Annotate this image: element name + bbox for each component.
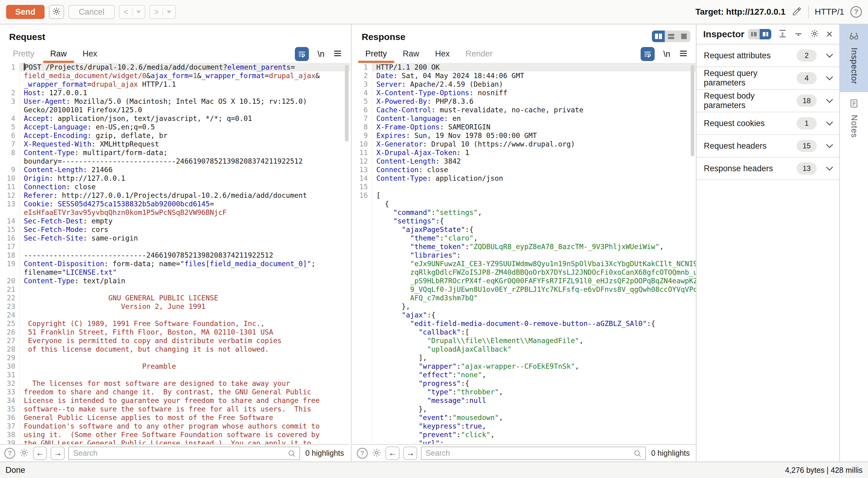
tab-hex[interactable]: Hex — [75, 49, 105, 63]
code-line: 39the GNU Lesser General Public License … — [0, 439, 350, 444]
tab-pretty[interactable]: Pretty — [5, 49, 42, 63]
request-scrollbar[interactable] — [345, 65, 348, 142]
inspector-section-request-attributes[interactable]: Request attributes2 — [696, 44, 839, 67]
inspector-section-request-headers[interactable]: Request headers15 — [696, 135, 839, 157]
tab-pretty[interactable]: Pretty — [358, 49, 395, 63]
edit-target-pencil-icon[interactable] — [792, 6, 802, 18]
chevron-down-icon[interactable] — [826, 119, 833, 126]
request-highlights-count: 0 highlights — [304, 449, 346, 457]
code-line: 29 — [0, 354, 350, 362]
side-tab-inspector[interactable]: Inspector — [840, 24, 868, 92]
code-line: "prevent":"click", — [352, 430, 696, 439]
section-label: Request cookies — [704, 119, 797, 128]
panel-divider[interactable] — [350, 24, 352, 461]
target-value: http://127.0.0.1 — [726, 7, 785, 17]
dock-left-icon[interactable] — [748, 29, 760, 39]
tab-raw[interactable]: Raw — [395, 49, 427, 63]
tab-hex[interactable]: Hex — [427, 49, 458, 63]
code-line: 2Host: 127.0.0.1 — [0, 89, 350, 97]
inspector-section-request-query-parameters[interactable]: Request query parameters4 — [696, 67, 839, 90]
send-button[interactable]: Send — [6, 5, 44, 19]
section-count-badge: 13 — [797, 162, 817, 175]
section-count-badge: 1 — [797, 117, 817, 129]
response-editor[interactable]: 1HTTP/1.1 200 OK2Date: Sat, 04 May 2024 … — [352, 63, 696, 444]
tab-render[interactable]: Render — [458, 49, 501, 63]
word-wrap-icon[interactable] — [641, 47, 655, 61]
code-line: 24 — [0, 311, 350, 319]
request-editor[interactable]: 1POST /Projects/drupal-10.2.6/media/add/… — [0, 63, 350, 444]
request-editor-icons: \n — [295, 47, 342, 61]
help-icon[interactable]: ? — [850, 6, 862, 18]
code-line: 17 — [0, 242, 350, 251]
code-line: 3User-Agent: Mozilla/5.0 (Macintosh; Int… — [0, 97, 350, 106]
search-help-icon[interactable]: ? — [4, 448, 15, 459]
inspector-section-response-headers[interactable]: Response headers13 — [696, 157, 839, 180]
code-line: }, — [352, 405, 696, 413]
chevron-down-icon[interactable] — [826, 164, 833, 171]
editor-menu-icon[interactable] — [333, 49, 342, 59]
show-newlines-toggle[interactable]: \n — [317, 50, 324, 59]
code-line: "effect":"none", — [352, 370, 696, 379]
code-line: 1HTTP/1.1 200 OK — [352, 63, 696, 71]
layout-rows-icon[interactable] — [665, 31, 678, 42]
history-forward-button[interactable]: > — [150, 5, 176, 19]
layout-columns-icon[interactable] — [652, 31, 665, 42]
code-line: field_media_document/widget/0&ajax_form=… — [0, 71, 350, 80]
expand-all-icon[interactable] — [778, 29, 787, 39]
search-help-icon[interactable]: ? — [357, 448, 368, 459]
search-prev-button[interactable]: ← — [33, 447, 47, 460]
inspector-header: Inspector — [696, 24, 839, 44]
code-line: "settings":{ — [352, 217, 696, 225]
code-line: "keypress":true, — [352, 422, 696, 430]
collapse-all-icon[interactable] — [794, 29, 803, 39]
chevron-down-icon[interactable] — [826, 73, 833, 81]
search-settings-icon[interactable] — [371, 447, 382, 459]
search-next-button[interactable]: → — [403, 447, 417, 460]
forward-dropdown-icon[interactable] — [163, 11, 175, 13]
code-line: 31 — [0, 370, 350, 379]
side-tab-notes[interactable]: Notes — [840, 92, 868, 146]
response-editor-icons: \n — [641, 47, 688, 61]
search-input[interactable] — [68, 447, 300, 460]
inspector-title: Inspector — [703, 29, 748, 39]
back-dropdown-icon[interactable] — [132, 11, 145, 13]
cancel-button[interactable]: Cancel — [68, 5, 115, 19]
code-line: eIsHfaaETVr3av95yvbqQhzn0kom1P5wPcNSqB2V… — [0, 208, 350, 217]
code-line: 18-----------------------------246619078… — [0, 251, 350, 260]
search-prev-button[interactable]: ← — [385, 447, 400, 460]
search-settings-icon[interactable] — [19, 447, 29, 459]
chevron-down-icon[interactable] — [826, 51, 833, 58]
magnifier-icon — [287, 449, 296, 458]
inspector-close-icon[interactable]: × — [826, 29, 833, 40]
code-line: 34License is intended to guarantee your … — [0, 396, 350, 405]
inspector-settings-icon[interactable] — [810, 29, 819, 40]
code-line: 21 — [0, 285, 350, 294]
code-line: "eJx9UNFuwzAI_CE3-YZ9SUUIWdmw8Qyu1n19nSp… — [352, 260, 696, 268]
code-line: 22 GNU GENERAL PUBLIC LICENSE — [0, 294, 350, 302]
code-line: 10Origin: http://127.0.0.1 — [0, 174, 350, 182]
inspector-section-request-cookies[interactable]: Request cookies1 — [696, 112, 839, 135]
code-line: "uploadAjaxCallback" — [352, 345, 696, 354]
http-version-selector[interactable]: HTTP/1 — [815, 7, 844, 17]
word-wrap-icon[interactable] — [295, 47, 309, 61]
send-settings-button[interactable] — [49, 5, 64, 19]
section-label: Response headers — [704, 164, 797, 173]
notes-document-icon — [849, 98, 859, 110]
code-line: 4X-Content-Type-Options: nosniff — [352, 89, 696, 97]
show-newlines-toggle[interactable]: \n — [663, 50, 670, 59]
code-line: 26 51 Franklin Street, Fifth Floor, Bost… — [0, 328, 350, 336]
dock-right-icon[interactable] — [760, 29, 771, 39]
response-scrollbar[interactable] — [691, 65, 694, 156]
search-next-button[interactable]: → — [51, 447, 65, 460]
tab-raw[interactable]: Raw — [42, 49, 75, 63]
inspector-section-request-body-parameters[interactable]: Request body parameters18 — [696, 90, 839, 112]
search-input[interactable] — [421, 447, 646, 460]
response-title: Response — [362, 32, 405, 42]
history-back-button[interactable]: < — [119, 5, 145, 19]
editor-menu-icon[interactable] — [679, 49, 688, 59]
layout-single-icon[interactable] — [678, 31, 690, 42]
code-line: 6Accept-Encoding: gzip, deflate, br — [0, 131, 350, 140]
chevron-down-icon[interactable] — [826, 141, 833, 148]
code-line: _pS9HLbR7ROcrPX4f-eqKGrOQ00FAFYFsR7IFZL9… — [352, 276, 696, 285]
chevron-down-icon[interactable] — [826, 96, 833, 103]
